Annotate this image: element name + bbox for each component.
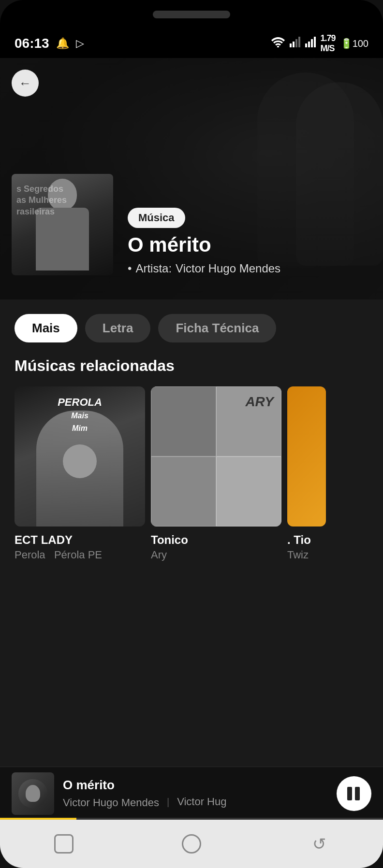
hero-section: ← s Segredos as Mulheres rasileiras <box>0 58 383 299</box>
back-button[interactable]: ← <box>12 70 39 97</box>
card-artist-ary: Ary <box>151 549 281 561</box>
song-info: Música O mérito • Artista: Victor Hugo M… <box>128 208 371 275</box>
svg-rect-7 <box>311 39 313 47</box>
tabs-row: Mais Letra Ficha Técnica <box>0 299 383 352</box>
album-art: s Segredos as Mulheres rasileiras <box>12 174 113 275</box>
notch-bar <box>0 0 383 29</box>
spacer <box>0 561 383 767</box>
speed-icon: 1.79M/S <box>321 33 336 54</box>
back-arrow-icon: ← <box>19 77 31 89</box>
ary-text: ARY <box>245 394 274 410</box>
phone-shell: 06:13 🔔 ▷ <box>0 0 383 868</box>
main-content: Mais Letra Ficha Técnica Músicas relacio… <box>0 299 383 820</box>
svg-rect-2 <box>293 42 295 47</box>
np-divider: | <box>167 797 169 808</box>
np-extra: Victor Hug <box>177 796 226 808</box>
wifi-icon <box>271 37 285 50</box>
album-art-inner: s Segredos as Mulheres rasileiras <box>12 174 113 275</box>
card-title-tio: . Tio <box>287 533 326 547</box>
card-img-perola: PEROLAMaisMim <box>15 386 145 526</box>
artist-name: Victor Hugo Mendes <box>176 262 280 275</box>
tab-letra[interactable]: Letra <box>85 314 151 342</box>
card-img-ary: ARY <box>151 386 281 526</box>
pause-icon <box>347 787 361 800</box>
card-image-tonico: ARY <box>151 386 281 526</box>
card-image-ect-lady: PEROLAMaisMim <box>15 386 145 526</box>
related-section-title: Músicas relacionadas <box>0 352 383 386</box>
artist-label: Artista: <box>135 262 172 275</box>
nav-home-button[interactable] <box>51 831 76 856</box>
ary-cell-1 <box>151 386 216 456</box>
back-nav-icon: ↺ <box>312 834 326 854</box>
song-title: O mérito <box>128 234 371 256</box>
tab-ficha-tecnica[interactable]: Ficha Técnica <box>158 314 276 342</box>
hero-content: s Segredos as Mulheres rasileiras Música… <box>12 174 371 275</box>
card-image-tio <box>287 386 326 526</box>
np-meta-row: Victor Hugo Mendes | Victor Hug <box>63 795 328 809</box>
bullet-dot: • <box>128 262 132 275</box>
related-card-tio[interactable]: . Tio Twiz <box>287 386 326 561</box>
svg-rect-1 <box>290 43 292 47</box>
ary-cell-4 <box>216 456 281 526</box>
card-title-ect-lady: ECT LADY <box>15 533 145 547</box>
ary-cell-3 <box>151 456 216 526</box>
related-scroll: PEROLAMaisMim ECT LADY Perola Pérola PE <box>0 386 383 561</box>
svg-rect-5 <box>305 43 307 47</box>
home-circle-icon <box>182 834 201 854</box>
bottom-nav: ↺ <box>0 820 383 868</box>
np-artist: Victor Hugo Mendes <box>63 797 159 809</box>
np-pause-button[interactable] <box>337 776 371 811</box>
svg-rect-4 <box>298 37 300 47</box>
notch-pill <box>153 11 230 18</box>
tab-mais[interactable]: Mais <box>15 314 77 342</box>
status-left: 06:13 🔔 ▷ <box>15 36 84 51</box>
status-time: 06:13 <box>15 36 49 51</box>
card-img-tio <box>287 386 326 526</box>
album-text-overlay: s Segredos as Mulheres rasileiras <box>16 184 67 217</box>
svg-rect-6 <box>308 42 310 47</box>
pause-bar-left <box>347 787 352 800</box>
now-playing-bar[interactable]: O mérito Victor Hugo Mendes | Victor Hug <box>0 767 383 820</box>
cast-icon: ▷ <box>76 37 84 50</box>
np-progress <box>0 818 76 820</box>
pause-bar-right <box>355 787 360 800</box>
related-card-tonico[interactable]: ARY Tonico Ary <box>151 386 281 561</box>
np-info: O mérito Victor Hugo Mendes | Victor Hug <box>63 778 328 809</box>
card-artist-perola: Perola Pérola PE <box>15 549 145 561</box>
category-badge: Música <box>128 208 185 228</box>
nav-circle-button[interactable] <box>179 831 204 856</box>
signal2-icon <box>305 37 316 50</box>
svg-rect-8 <box>314 37 316 47</box>
notification-icon: 🔔 <box>56 37 69 50</box>
song-artist-row: • Artista: Victor Hugo Mendes <box>128 262 371 275</box>
status-icons: 1.79M/S 🔋100 <box>271 33 368 54</box>
signal1-icon <box>290 37 300 50</box>
status-bar: 06:13 🔔 ▷ <box>0 29 383 58</box>
svg-rect-3 <box>295 39 297 47</box>
related-card-ect-lady[interactable]: PEROLAMaisMim ECT LADY Perola Pérola PE <box>15 386 145 561</box>
nav-back-button[interactable]: ↺ <box>307 831 332 856</box>
battery-icon: 🔋100 <box>340 38 368 49</box>
card-title-tonico: Tonico <box>151 533 281 547</box>
home-square-icon <box>54 834 74 854</box>
svg-point-0 <box>277 46 279 47</box>
np-thumbnail <box>12 772 54 815</box>
card-artist-tio: Twiz <box>287 549 326 561</box>
np-title: O mérito <box>63 778 328 793</box>
